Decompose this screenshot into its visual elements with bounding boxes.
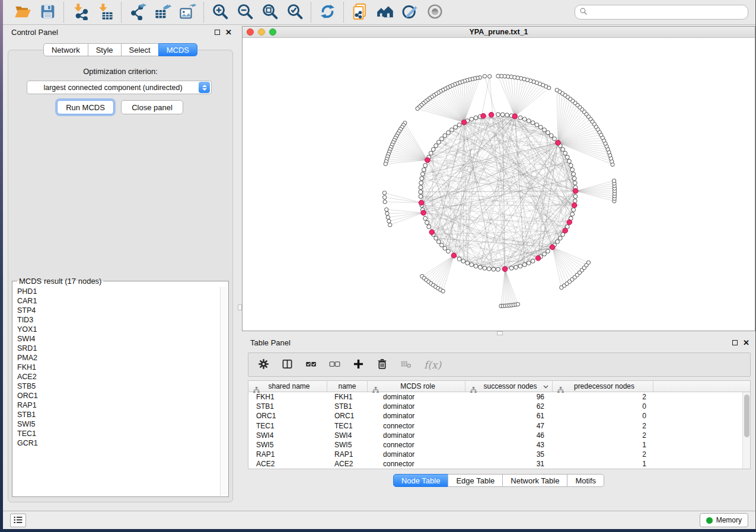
zoom-out-button[interactable] [232,2,257,23]
table-panel: Table Panel ✕ f(x) shared namenameMCDS r… [242,335,755,511]
mcds-list-scrollbar[interactable] [220,287,228,496]
mcds-result-item[interactable]: TID3 [13,315,220,325]
close-icon[interactable]: ✕ [225,28,232,36]
export-table-button[interactable] [150,2,175,23]
mcds-result-item[interactable]: GCR1 [13,438,220,448]
tab-mcds[interactable]: MCDS [158,43,197,56]
sort-desc-icon [543,382,548,390]
table-cell: ACE2 [248,460,327,468]
memory-button[interactable]: Memory [700,513,748,527]
table-row[interactable]: STB1STB1dominator620 [248,402,750,411]
search-input[interactable] [591,8,744,17]
table-cell: SWI4 [327,431,368,440]
mcds-result-item[interactable]: PMA2 [13,353,220,363]
float-icon[interactable] [732,340,738,345]
mcds-result-item[interactable]: CAR1 [13,296,220,306]
table-cell: 31 [465,460,553,468]
delete-table-button[interactable] [400,356,412,374]
mcds-result-item[interactable]: STB1 [13,410,220,419]
table-panel-titlebar: Table Panel ✕ [242,335,755,350]
eye-button[interactable] [422,2,447,23]
deselect-all-button[interactable] [329,356,340,374]
open-file-button[interactable] [10,2,35,23]
split-panel-button[interactable] [282,356,293,374]
splitter-handle[interactable] [238,305,242,310]
table-scrollbar[interactable] [742,392,750,469]
criterion-dropdown[interactable]: largest connected component (undirected) [27,81,212,94]
mcds-result-item[interactable]: TEC1 [13,429,220,438]
table-row[interactable]: ORC1ORC1dominator610 [248,411,750,421]
pen-circle-button[interactable] [397,2,422,23]
table-row[interactable]: YOX1YOX1connector291 [248,469,750,470]
refresh-button[interactable] [315,2,340,23]
mcds-result-item[interactable]: STP4 [13,306,220,315]
scrollbar-thumb[interactable] [744,395,749,437]
save-icon [39,3,56,22]
table-cell: 1 [553,460,653,468]
tab-motifs[interactable]: Motifs [567,474,604,487]
mcds-result-item[interactable]: SRD1 [13,344,220,353]
main-toolbar [3,0,755,25]
export-table-icon [154,3,171,22]
tab-network-table[interactable]: Network Table [502,474,567,487]
mcds-result-item[interactable]: RAP1 [13,400,220,410]
home-button[interactable] [372,2,397,23]
criterion-label: Optimization criterion: [8,67,232,76]
table-row[interactable]: ACE2ACE2connector311 [248,459,750,469]
run-mcds-button[interactable]: Run MCDS [57,100,114,114]
mcds-result-list[interactable]: PHD1CAR1STP4TID3YOX1SWI4SRD1PMA2FKH1ACE2… [13,287,220,496]
save-button[interactable] [35,2,60,23]
mcds-result-item[interactable]: YOX1 [13,325,220,334]
import-table-button[interactable] [92,2,117,23]
table-row[interactable]: SWI5SWI5connector431 [248,440,750,450]
splitter-handle[interactable] [497,331,503,335]
delete-button[interactable] [377,356,388,374]
table-row[interactable]: FKH1FKH1dominator962 [248,392,750,402]
table-row[interactable]: RAP1RAP1dominator352 [248,450,750,459]
network-window-titlebar[interactable]: YPA_prune.txt_1 [243,27,755,38]
close-icon[interactable]: ✕ [743,339,749,347]
tab-style[interactable]: Style [88,43,122,56]
network-canvas[interactable] [243,38,755,331]
tab-node-table[interactable]: Node Table [393,474,449,487]
table-row[interactable]: SWI4SWI4dominator462 [248,431,750,440]
zoom-in-button[interactable] [208,2,232,23]
task-history-button[interactable] [10,514,26,527]
column-header-successor-nodes[interactable]: successor nodes [465,381,553,392]
zoom-selected-button[interactable] [282,2,307,23]
select-all-button[interactable] [305,356,317,374]
horizontal-splitter[interactable] [242,331,755,335]
tab-select[interactable]: Select [121,43,159,56]
search-box[interactable] [575,5,748,20]
control-panel-title: Control Panel [11,28,58,37]
mcds-result-item[interactable]: SWI4 [13,334,220,344]
column-header-name[interactable]: name [327,381,368,392]
table-row[interactable]: TEC1TEC1connector472 [248,421,750,431]
column-header-predecessor-nodes[interactable]: predecessor nodes [553,381,653,392]
tab-network[interactable]: Network [43,43,88,56]
vertical-splitter[interactable] [238,25,242,511]
mcds-result-item[interactable]: ORC1 [13,391,220,400]
export-network-button[interactable] [125,2,150,23]
gear-button[interactable] [258,356,269,374]
float-icon[interactable] [215,30,220,35]
add-button[interactable] [353,356,364,374]
network-from-file-button[interactable] [347,2,372,23]
table-cell: dominator [368,402,465,411]
column-header-shared-name[interactable]: shared name [248,381,327,392]
mcds-result-item[interactable]: SWI5 [13,419,220,429]
import-network-button[interactable] [68,2,92,23]
open-file-icon [14,3,31,22]
tab-edge-table[interactable]: Edge Table [448,474,503,487]
function-button[interactable]: f(x) [424,356,441,374]
mcds-result-item[interactable]: PHD1 [13,287,220,296]
network-graph[interactable] [243,38,755,331]
mcds-result-item[interactable]: ACE2 [13,372,220,382]
mcds-result-item[interactable]: FKH1 [13,363,220,372]
export-image-button[interactable] [175,2,200,23]
zoom-fit-button[interactable] [257,2,282,23]
mcds-result-item[interactable]: STB5 [13,382,220,391]
column-header-MCDS-role[interactable]: MCDS role [368,381,465,392]
table-body: FKH1FKH1dominator962STB1STB1dominator620… [248,392,750,469]
close-panel-button[interactable]: Close panel [121,100,183,114]
